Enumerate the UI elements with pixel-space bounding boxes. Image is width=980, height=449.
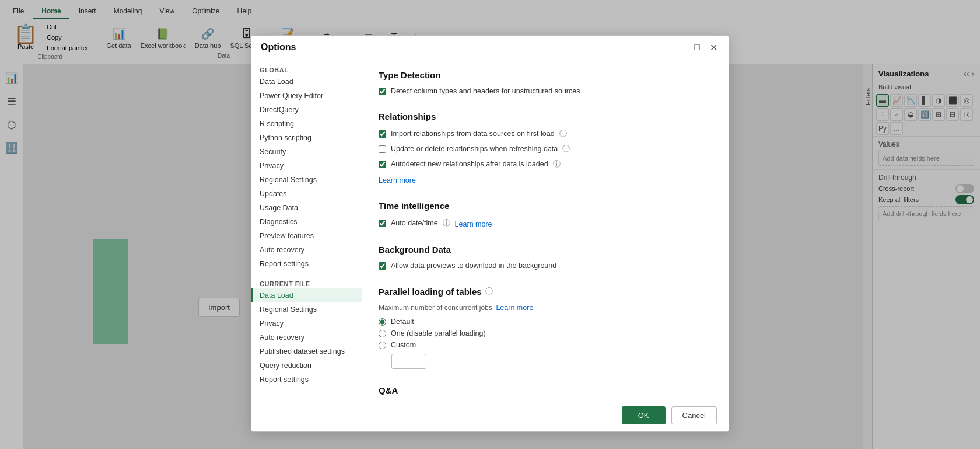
relationships-learn-more[interactable]: Learn more [379, 176, 416, 185]
auto-datetime-label: Auto date/time [391, 219, 438, 227]
qa-title: Q&A [379, 385, 712, 395]
parallel-header: Parallel loading of tables ⓘ [379, 286, 712, 297]
update-rel-info-icon[interactable]: ⓘ [562, 144, 570, 154]
allow-preview-row: Allow data previews to download in the b… [379, 262, 712, 270]
modal-minimize-button[interactable]: □ [691, 41, 703, 53]
auto-datetime-checkbox[interactable] [379, 220, 386, 227]
one-radio-label: One (disable parallel loading) [391, 329, 486, 337]
update-rel-row: Update or delete relationships when refr… [379, 144, 712, 154]
type-detection-title: Type Detection [379, 70, 712, 80]
import-rel-row: Import relationships from data sources o… [379, 128, 712, 139]
auto-datetime-info-icon[interactable]: ⓘ [443, 218, 450, 228]
type-detection-section: Type Detection Detect column types and h… [379, 70, 712, 95]
nav-privacy[interactable]: Privacy [251, 159, 362, 173]
nav-python-scripting[interactable]: Python scripting [251, 131, 362, 145]
update-relationships-checkbox[interactable] [379, 145, 386, 153]
time-intelligence-title: Time intelligence [379, 201, 712, 211]
autodetect-rel-row: Autodetect new relationships after data … [379, 159, 712, 169]
default-radio-label: Default [391, 318, 414, 326]
modal-footer: OK Cancel [251, 399, 729, 431]
nav-auto-recovery-current[interactable]: Auto recovery [251, 330, 362, 344]
nav-data-load-current[interactable]: Data Load [251, 288, 362, 302]
default-radio[interactable] [379, 318, 386, 326]
nav-diagnostics[interactable]: Diagnostics [251, 215, 362, 229]
parallel-loading-info-icon[interactable]: ⓘ [485, 286, 493, 297]
one-radio[interactable] [379, 330, 386, 337]
nav-power-query-editor[interactable]: Power Query Editor [251, 89, 362, 103]
modal-controls: □ ✕ [691, 41, 719, 53]
nav-directquery[interactable]: DirectQuery [251, 103, 362, 117]
nav-regional-settings-global[interactable]: Regional Settings [251, 173, 362, 187]
import-rel-label: Import relationships from data sources o… [391, 130, 555, 138]
import-relationships-checkbox[interactable] [379, 130, 386, 138]
modal-body: GLOBAL Data Load Power Query Editor Dire… [251, 58, 729, 399]
custom-parallel-input[interactable] [391, 354, 426, 369]
detect-checkbox[interactable] [379, 88, 386, 95]
allow-preview-checkbox[interactable] [379, 262, 386, 270]
nav-auto-recovery-global[interactable]: Auto recovery [251, 243, 362, 257]
nav-data-load-global[interactable]: Data Load [251, 75, 362, 89]
one-radio-row: One (disable parallel loading) [379, 329, 712, 337]
autodetect-rel-label: Autodetect new relationships after data … [391, 160, 548, 168]
background-data-section: Background Data Allow data previews to d… [379, 245, 712, 270]
parallel-learn-more[interactable]: Learn more [496, 304, 533, 312]
time-intelligence-learn-more[interactable]: Learn more [455, 220, 492, 228]
relationships-section: Relationships Import relationships from … [379, 112, 712, 185]
ok-button[interactable]: OK [622, 406, 666, 424]
parallel-loading-section: Parallel loading of tables ⓘ Maximum num… [379, 286, 712, 369]
custom-radio[interactable] [379, 342, 386, 349]
current-file-section-header: CURRENT FILE [251, 277, 362, 288]
auto-datetime-row: Auto date/time ⓘ Learn more [379, 218, 712, 228]
nav-report-settings-current[interactable]: Report settings [251, 373, 362, 387]
default-radio-row: Default [379, 318, 712, 326]
autodetect-rel-info-icon[interactable]: ⓘ [553, 159, 561, 169]
qa-section: Q&A Turn on Q&A to ask natural language … [379, 385, 712, 399]
import-rel-info-icon[interactable]: ⓘ [559, 128, 567, 139]
nav-report-settings-global[interactable]: Report settings [251, 257, 362, 271]
update-rel-label: Update or delete relationships when refr… [391, 145, 558, 153]
background-data-title: Background Data [379, 245, 712, 255]
cancel-button[interactable]: Cancel [671, 406, 717, 424]
modal-title: Options [261, 42, 296, 53]
modal-sidebar: GLOBAL Data Load Power Query Editor Dire… [251, 58, 362, 399]
modal-main-content: Type Detection Detect column types and h… [362, 58, 729, 399]
nav-r-scripting[interactable]: R scripting [251, 117, 362, 131]
modal-overlay: Options □ ✕ GLOBAL Data Load Power Query… [0, 0, 980, 449]
time-intelligence-section: Time intelligence Auto date/time ⓘ Learn… [379, 201, 712, 228]
nav-published-dataset-settings[interactable]: Published dataset settings [251, 344, 362, 358]
nav-updates[interactable]: Updates [251, 187, 362, 201]
autodetect-relationships-checkbox[interactable] [379, 161, 386, 168]
detect-label: Detect column types and headers for unst… [391, 87, 580, 95]
nav-regional-settings-current[interactable]: Regional Settings [251, 302, 362, 316]
global-section-header: GLOBAL [251, 63, 362, 75]
nav-query-reduction[interactable]: Query reduction [251, 358, 362, 373]
nav-privacy-current[interactable]: Privacy [251, 316, 362, 330]
parallel-loading-title: Parallel loading of tables [379, 287, 482, 297]
relationships-title: Relationships [379, 112, 712, 121]
modal-close-button[interactable]: ✕ [708, 41, 719, 53]
nav-security[interactable]: Security [251, 145, 362, 159]
nav-preview-features[interactable]: Preview features [251, 229, 362, 243]
options-modal: Options □ ✕ GLOBAL Data Load Power Query… [251, 35, 729, 432]
parallel-loading-info: Maximum number of concurrent jobs Learn … [379, 301, 712, 312]
nav-usage-data[interactable]: Usage Data [251, 201, 362, 215]
custom-radio-label: Custom [391, 341, 416, 349]
modal-titlebar: Options □ ✕ [251, 36, 729, 58]
custom-radio-row: Custom [379, 341, 712, 349]
detect-checkbox-row: Detect column types and headers for unst… [379, 87, 712, 95]
allow-preview-label: Allow data previews to download in the b… [391, 262, 556, 270]
